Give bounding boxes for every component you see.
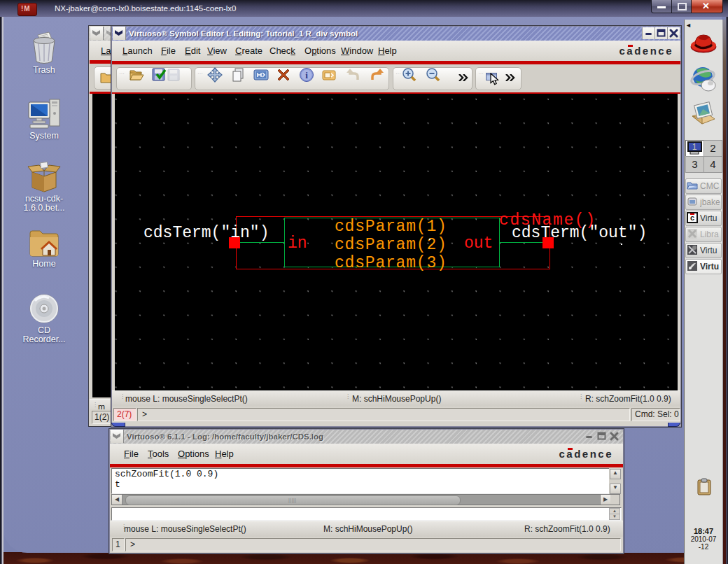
svg-text:i: i bbox=[305, 70, 308, 80]
svg-text:cdsName(): cdsName() bbox=[499, 211, 596, 230]
svg-text:1: 1 bbox=[692, 142, 697, 152]
svg-text:cdsParam(1): cdsParam(1) bbox=[335, 218, 447, 236]
svg-text:out: out bbox=[464, 234, 493, 253]
svg-text:cdsTerm("in"): cdsTerm("in") bbox=[144, 224, 269, 242]
svg-text:cdsParam(2): cdsParam(2) bbox=[335, 236, 447, 254]
svg-text:in: in bbox=[288, 234, 307, 253]
svg-text:cdsParam(3): cdsParam(3) bbox=[335, 254, 447, 272]
